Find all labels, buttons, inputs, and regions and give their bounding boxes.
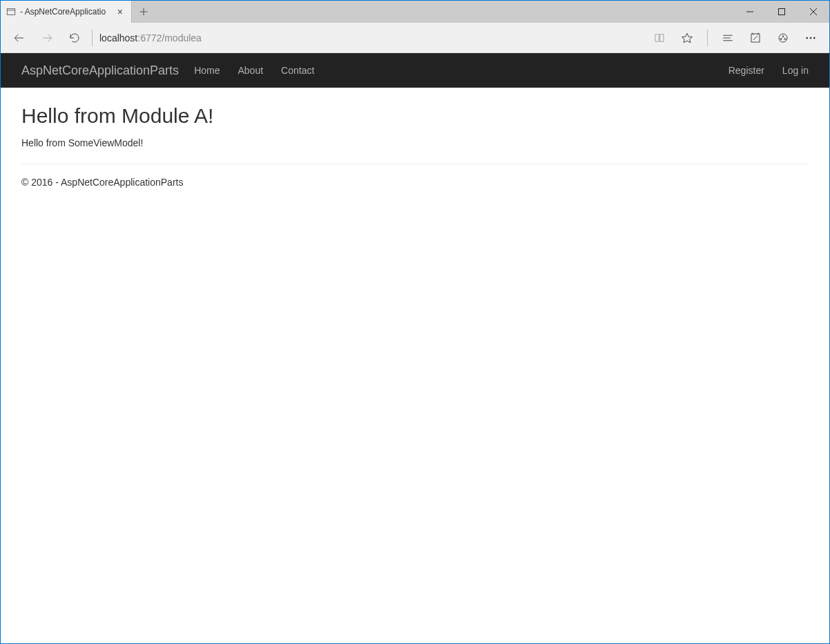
brand-link[interactable]: AspNetCoreApplicationParts xyxy=(21,64,179,78)
svg-point-19 xyxy=(807,37,808,39)
forward-button[interactable] xyxy=(34,25,60,51)
hub-icon[interactable] xyxy=(715,25,741,51)
svg-point-18 xyxy=(784,38,786,39)
tab-title: - AspNetCoreApplicatio xyxy=(20,7,112,17)
window-maximize-button[interactable] xyxy=(766,1,798,23)
nav-register[interactable]: Register xyxy=(728,65,764,76)
svg-point-21 xyxy=(813,37,815,39)
new-tab-button[interactable] xyxy=(132,1,155,23)
window-close-button[interactable] xyxy=(798,1,829,23)
svg-marker-10 xyxy=(682,33,693,43)
nav-login[interactable]: Log in xyxy=(782,65,809,76)
browser-window: - AspNetCoreApplicatio × localhost:6772 xyxy=(0,0,830,644)
address-bar[interactable]: localhost:6772/modulea xyxy=(99,28,645,48)
nav-home[interactable]: Home xyxy=(194,65,220,76)
footer-text: © 2016 - AspNetCoreApplicationParts xyxy=(21,177,809,188)
nav-right: Register Log in xyxy=(728,65,809,76)
share-icon[interactable] xyxy=(770,25,796,51)
back-button[interactable] xyxy=(6,25,32,51)
page-viewport: AspNetCoreApplicationParts Home About Co… xyxy=(1,53,829,643)
nav-about[interactable]: About xyxy=(238,65,263,76)
nav-contact[interactable]: Contact xyxy=(281,65,314,76)
reading-view-icon[interactable] xyxy=(646,25,673,51)
svg-point-17 xyxy=(780,38,782,39)
svg-point-15 xyxy=(779,34,787,42)
page-container: Hello from Module A! Hello from SomeView… xyxy=(1,88,829,200)
nav-left: Home About Contact xyxy=(194,65,314,76)
window-minimize-button[interactable] xyxy=(734,1,766,23)
svg-point-20 xyxy=(810,37,811,39)
browser-toolbar: localhost:6772/modulea xyxy=(1,23,829,53)
url-host: localhost xyxy=(99,32,137,43)
divider xyxy=(21,164,809,164)
site-navbar: AspNetCoreApplicationParts Home About Co… xyxy=(1,53,829,88)
titlebar: - AspNetCoreApplicatio × xyxy=(1,1,829,23)
svg-rect-0 xyxy=(7,9,15,15)
page-icon xyxy=(6,7,16,17)
more-icon[interactable] xyxy=(798,25,824,51)
tab-close-icon[interactable]: × xyxy=(116,6,124,17)
webnote-icon[interactable] xyxy=(742,25,769,51)
separator xyxy=(707,30,708,46)
favorites-icon[interactable] xyxy=(674,25,700,51)
refresh-button[interactable] xyxy=(61,25,88,51)
svg-rect-5 xyxy=(779,9,785,15)
page-body-text: Hello from SomeViewModel! xyxy=(21,137,809,148)
browser-tab[interactable]: - AspNetCoreApplicatio × xyxy=(1,1,132,23)
separator xyxy=(92,30,93,46)
url-path: :6772/modulea xyxy=(137,32,202,43)
svg-point-16 xyxy=(782,35,784,37)
page-heading: Hello from Module A! xyxy=(21,104,809,128)
